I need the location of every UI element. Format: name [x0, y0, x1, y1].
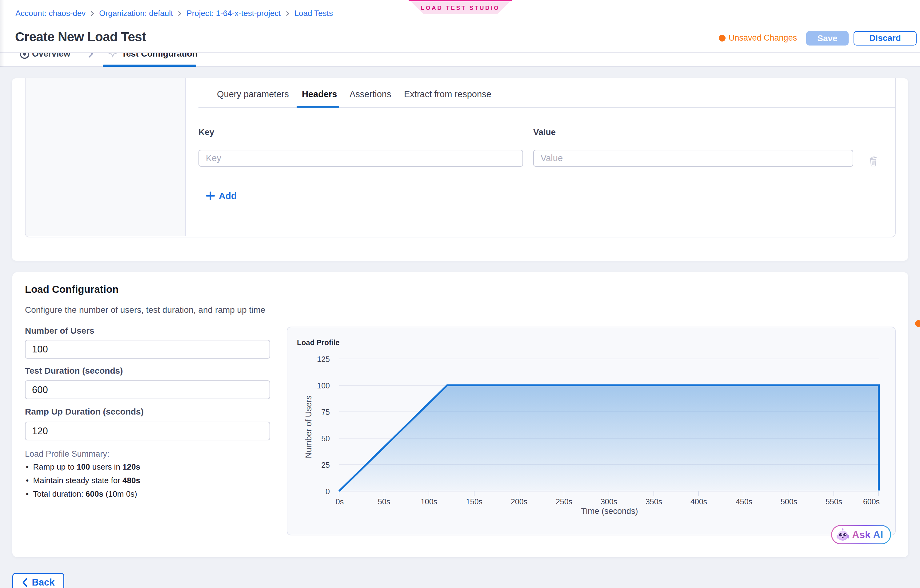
- svg-text:125: 125: [317, 355, 330, 363]
- svg-text:Load Profile: Load Profile: [297, 338, 340, 347]
- svg-text:350s: 350s: [646, 497, 662, 506]
- svg-text:100s: 100s: [421, 497, 437, 506]
- svg-text:0s: 0s: [336, 497, 344, 506]
- svg-text:Number of Users: Number of Users: [304, 396, 313, 458]
- svg-text:600s: 600s: [863, 497, 880, 506]
- svg-text:25: 25: [321, 461, 330, 469]
- svg-text:50: 50: [321, 434, 330, 443]
- svg-text:300s: 300s: [601, 497, 617, 506]
- svg-text:0: 0: [326, 487, 330, 496]
- svg-text:550s: 550s: [826, 497, 842, 506]
- svg-text:400s: 400s: [690, 497, 707, 506]
- svg-text:50s: 50s: [378, 497, 390, 506]
- svg-text:150s: 150s: [466, 497, 483, 506]
- svg-text:Time (seconds): Time (seconds): [581, 507, 638, 516]
- svg-text:200s: 200s: [511, 497, 527, 506]
- svg-text:450s: 450s: [736, 497, 752, 506]
- svg-text:75: 75: [321, 408, 330, 417]
- svg-text:100: 100: [317, 381, 330, 390]
- svg-text:250s: 250s: [556, 497, 572, 506]
- svg-text:500s: 500s: [781, 497, 797, 506]
